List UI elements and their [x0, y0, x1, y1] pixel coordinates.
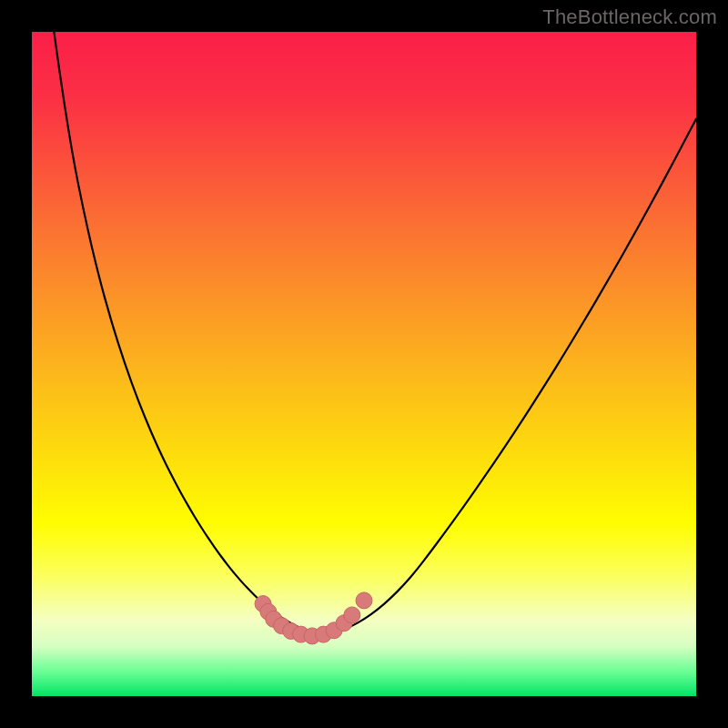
curve-marker — [344, 607, 360, 623]
watermark-text: TheBottleneck.com — [542, 5, 717, 29]
chart-frame: TheBottleneck.com — [0, 0, 728, 728]
curve-marker — [356, 592, 372, 609]
bottleneck-curve — [32, 32, 696, 635]
curve-markers — [255, 592, 372, 644]
curve-layer — [32, 32, 696, 696]
plot-area — [32, 32, 696, 696]
